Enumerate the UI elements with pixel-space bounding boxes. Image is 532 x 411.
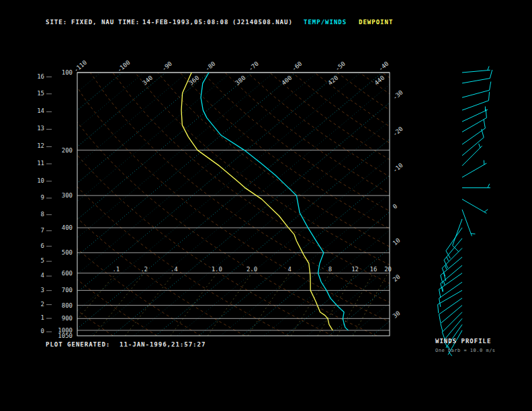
svg-text:4: 4: [287, 266, 291, 273]
isotherm-top-labels: -110-100-90-80-70-60-50-40: [73, 59, 390, 74]
mixing-ratio-lines: [64, 273, 388, 336]
svg-text:20: 20: [384, 266, 392, 273]
svg-text:20: 20: [392, 273, 402, 283]
plot-generated-value: 11-JAN-1996,21:57:27: [120, 341, 206, 348]
svg-text:1050: 1050: [58, 332, 73, 339]
svg-text:14: 14: [37, 107, 44, 114]
svg-text:6: 6: [41, 242, 44, 249]
svg-text:11: 11: [37, 160, 44, 167]
svg-text:900: 900: [62, 315, 73, 322]
svg-text:600: 600: [62, 270, 73, 277]
svg-text:-10: -10: [392, 162, 404, 174]
svg-text:16: 16: [369, 266, 377, 273]
isotherm-right-labels: -30-20-100102030: [392, 89, 404, 319]
height-km-scale: 012345678910111213141516: [37, 73, 52, 334]
svg-text:-20: -20: [392, 126, 404, 138]
svg-text:-80: -80: [204, 60, 217, 73]
svg-text:16: 16: [37, 73, 44, 80]
svg-text:1.0: 1.0: [212, 266, 222, 273]
temperature-trace: [201, 73, 349, 330]
svg-text:-30: -30: [392, 89, 404, 101]
svg-text:-100: -100: [116, 59, 132, 74]
svg-text:340: 340: [141, 75, 154, 87]
svg-text:-70: -70: [247, 60, 260, 73]
svg-text:12: 12: [351, 266, 359, 273]
svg-text:-40: -40: [378, 60, 390, 73]
svg-text:10: 10: [392, 237, 402, 247]
winds-profile-title: WINDS PROFILE: [435, 338, 491, 345]
svg-text:-90: -90: [161, 60, 173, 73]
svg-text:2: 2: [41, 301, 44, 308]
svg-text:300: 300: [62, 192, 73, 199]
svg-text:10: 10: [37, 177, 44, 184]
winds-profile-legend: One barb = 10.0 m/s: [435, 348, 496, 353]
svg-text:.4: .4: [171, 266, 178, 273]
svg-text:-60: -60: [291, 60, 304, 73]
svg-text:380: 380: [234, 75, 247, 87]
svg-text:800: 800: [62, 302, 73, 309]
svg-text:8: 8: [41, 211, 44, 218]
svg-text:-110: -110: [73, 59, 88, 74]
svg-text:30: 30: [392, 310, 402, 320]
dewpoint-trace: [181, 73, 332, 330]
plot-generated-label: PLOT GENERATED:: [46, 341, 110, 348]
mixing-ratio-labels: .1.2.41.02.048121620: [112, 266, 392, 273]
svg-text:12: 12: [37, 142, 44, 149]
svg-text:4: 4: [41, 272, 44, 279]
svg-text:8: 8: [328, 266, 332, 273]
wind-barbs: [438, 66, 492, 357]
svg-text:13: 13: [37, 125, 44, 132]
svg-text:700: 700: [62, 287, 73, 293]
svg-text:200: 200: [62, 147, 73, 154]
svg-text:5: 5: [41, 257, 44, 264]
svg-text:9: 9: [41, 194, 44, 201]
svg-text:500: 500: [62, 249, 73, 256]
svg-text:15: 15: [37, 90, 44, 97]
svg-text:400: 400: [62, 224, 73, 231]
svg-text:0: 0: [392, 203, 399, 210]
svg-text:2.0: 2.0: [247, 266, 257, 273]
sounding-plot-screen: SITE: FIXED, NAU TIME: 14-FEB-1993,05:08…: [0, 0, 532, 411]
dry-adiabat-labels: 340360380400420440: [141, 75, 386, 87]
svg-text:.1: .1: [112, 266, 120, 273]
svg-text:420: 420: [326, 75, 339, 87]
svg-text:-50: -50: [334, 60, 347, 73]
svg-text:3: 3: [41, 287, 44, 293]
svg-text:100: 100: [62, 69, 73, 76]
svg-text:.2: .2: [140, 266, 148, 273]
svg-text:7: 7: [41, 227, 44, 234]
svg-text:0: 0: [41, 328, 44, 334]
svg-text:1: 1: [41, 314, 44, 321]
svg-text:440: 440: [373, 75, 386, 87]
